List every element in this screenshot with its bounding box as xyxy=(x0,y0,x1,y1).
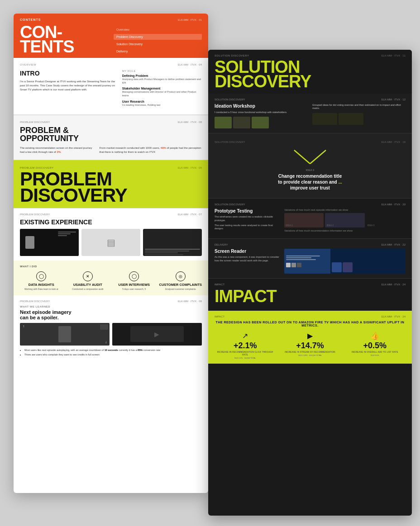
impact-nums: ELK-MM · ITVX · 24 xyxy=(382,283,406,286)
impact-data-section: IMPACT ELK-MM · ITVX · 24 THE REDESIGN H… xyxy=(208,311,412,364)
sol-header-label: SOLUTION DISCOVERY xyxy=(215,54,249,57)
sr-title: Screen Reader xyxy=(215,249,280,254)
idea-tag-1: IDEA 1 xyxy=(286,224,293,227)
metric-1-value: +2.1% xyxy=(215,341,276,350)
contents-label: CONTENTS xyxy=(20,18,41,21)
role-title-3: User Research xyxy=(122,100,202,103)
bullet-2: There are users who complain they want t… xyxy=(24,353,202,356)
bold-85pct: 85% xyxy=(138,349,143,351)
metric-3-value: +0.5% xyxy=(344,341,406,350)
metric-3: 👍 +0.5% INCREASE IN OVERALL ADD TO LIST … xyxy=(344,332,406,359)
nav-item-problem[interactable]: Problem Discovery xyxy=(114,34,202,40)
impact-header-section: IMPACT ELK-MM · ITVX · 24 IMPACT xyxy=(208,279,412,311)
what-i-did-section: WHAT I DID ◯ Data Insights Working with … xyxy=(14,261,208,295)
usability-audit-desc: Conducted a comparative audit xyxy=(67,288,110,291)
idea-tag-2: IDEA 2 xyxy=(326,224,334,227)
data-insights-section-label: PROBLEM DISCOVERY xyxy=(20,300,50,303)
data-img-2-icon: ▶ xyxy=(154,331,159,338)
ideation-img-grid xyxy=(215,117,308,128)
data-bullets: Most users like next episode autoplaying… xyxy=(20,348,202,357)
proto-thumb-2: IDEA 2 xyxy=(325,213,364,227)
tv-left-panel xyxy=(284,249,330,274)
prob-opp-title: PROBLEM &OPPORTUNITY xyxy=(20,126,202,142)
svg-line-0 xyxy=(294,150,310,164)
customer-complaints-title: Customer Complaints xyxy=(159,283,202,287)
prob-disc-nums: ELK-MM · ITVX · 05 xyxy=(178,166,202,169)
role-item-1: Defining Problem Analysing data with Pro… xyxy=(122,74,202,85)
usability-audit-title: Usability Audit xyxy=(67,283,110,287)
customer-complaints-desc: Analysed customer complaints xyxy=(159,288,202,291)
overview-section: OVERVIEW ELK-MM · ITVX · 04 INTRO I'm a … xyxy=(14,58,208,114)
overview-label: OVERVIEW xyxy=(20,63,36,66)
tv-rp-thumb2 xyxy=(343,262,353,272)
prob-opp-label: PROBLEM DISCOVERY xyxy=(20,121,50,123)
ss3-line4 xyxy=(145,254,183,255)
metric-3-sub: OLD 0.5% xyxy=(344,354,406,356)
nav-item-solution[interactable]: Solution Discovery xyxy=(114,41,202,47)
sol-discovery-header: SOLUTION DISCOVERY ELK-MM · ITVX · 11 SO… xyxy=(208,50,412,94)
icon-data-insights: ◯ Data Insights Working with Data team t… xyxy=(20,271,63,291)
ss3-line3 xyxy=(145,252,178,253)
ideation-right-desc: Grouped ideas for dot voting exercise an… xyxy=(312,104,406,110)
proto-nums: ELK-MM · ITVX · 20 xyxy=(382,203,406,206)
tv-rp-thumb xyxy=(332,262,342,272)
ss3-line2 xyxy=(145,251,189,251)
ideation-label: SOLUTION DISCOVERY xyxy=(215,98,245,101)
prob-left-text: The existing recommendation screen on th… xyxy=(20,146,94,154)
sol-discovery-title: SOLUTIONDISCOVERY xyxy=(215,60,406,89)
tv-tl-1 xyxy=(286,256,320,256)
tv-person-1 xyxy=(25,236,34,249)
tv-text-1 xyxy=(58,232,76,237)
what-label: WHAT I DID xyxy=(20,265,202,268)
user-interviews-icon: ◯ xyxy=(129,271,139,281)
existing-title: EXISTING EXPERIENCE xyxy=(20,218,202,226)
customer-complaints-icon: ◎ xyxy=(176,271,186,281)
impact-claim: THE REDESIGN HAS BEEN ROLLED OUT ON TO A… xyxy=(215,321,406,327)
proto-label: SOLUTION DISCOVERY xyxy=(215,203,245,206)
arrow-down-icon: ↓ xyxy=(105,340,107,344)
icons-row: ◯ Data Insights Working with Data team t… xyxy=(20,271,202,291)
metric-1-icon: ↗ xyxy=(215,332,276,340)
proto-thumb-3: IDEA 3 xyxy=(366,213,406,227)
nav-item-delivery[interactable]: Delivery xyxy=(114,48,202,54)
role-title-1: Defining Problem xyxy=(122,74,202,77)
proto-desc2: The user testing results were analysed t… xyxy=(215,224,280,231)
screenshot-2: ▤ xyxy=(81,229,140,256)
contents-big-title: CON-TENTS xyxy=(20,25,108,54)
metric-2-sub: OLD 2.23% · 414,124 TOTAL xyxy=(279,354,340,356)
existing-screenshots: ▤ xyxy=(20,229,202,256)
data-insights-section: PROBLEM DISCOVERY ELK-MM · ITVX · 06 WHA… xyxy=(14,295,208,362)
scene: CONTENTS ELK-MM · ITVX · 01 CON-TENTS Ov… xyxy=(0,0,420,526)
what-learned-label: WHAT WE LEARNED xyxy=(20,305,202,308)
existing-label: PROBLEM DISCOVERY xyxy=(20,213,50,216)
metric-3-icon: 👍 xyxy=(344,332,406,340)
idea3-section: SOLUTION DISCOVERY ELK-MM · ITVX · 16 ID… xyxy=(208,133,412,198)
prob-right-text: From market research conducted with 1000… xyxy=(99,146,202,154)
intro-title: INTRO xyxy=(20,70,116,77)
nav-item-overview[interactable]: Overview xyxy=(114,27,202,33)
ideation-title: Ideation Workshop xyxy=(215,104,308,109)
role-desc-2: Managing conversations with Director of … xyxy=(122,90,202,97)
existing-nums: ELK-MM · ITVX · 07 xyxy=(178,213,202,216)
impact-data-label: IMPACT xyxy=(215,315,224,318)
metric-2-label: INCREASE IN STREAM OF RECOMMENDATION xyxy=(279,351,340,354)
ideation-ri-1 xyxy=(312,113,337,125)
prob-opp-nums: ELK-MM · ITVX · 08 xyxy=(178,121,202,123)
impact-data-nums: ELK-MM · ITVX · 24 xyxy=(382,315,406,318)
data-img-2: ▶ xyxy=(112,323,202,346)
tv-mockup-img xyxy=(284,249,406,274)
overview-page-nums: ELK-MM · ITVX · 04 xyxy=(178,63,202,66)
metric-2-icon: ▶ xyxy=(279,332,340,340)
tv-badges xyxy=(286,263,329,267)
idea3-title: Change recommendation titleto provide cl… xyxy=(215,173,406,191)
sol-header-nums: ELK-MM · ITVX · 11 xyxy=(382,54,406,57)
idea3-dot: ... xyxy=(337,180,342,185)
sr-desc: As this was a new component, it was impo… xyxy=(215,256,280,262)
sr-label: DELIVERY xyxy=(215,243,228,246)
problem-discovery-title: PROBLEMDISCOVERY xyxy=(20,171,202,203)
role-title-2: Stakeholder Management xyxy=(122,87,202,90)
data-img-1: ↑ ↓ xyxy=(20,323,110,346)
tv-tl-3 xyxy=(286,259,316,260)
metric-1-label: INCREASE IN RECOMMENDATION CLICK THROUGH… xyxy=(215,351,276,356)
impact-title: IMPACT xyxy=(215,287,406,306)
